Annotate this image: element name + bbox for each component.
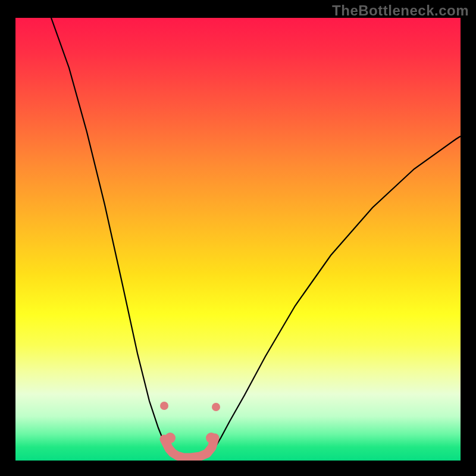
right-top-dot	[212, 403, 220, 411]
left-top-dot	[160, 402, 168, 410]
watermark-text: TheBottleneck.com	[332, 2, 469, 19]
marker-dots	[160, 402, 220, 443]
chart-frame: TheBottleneck.com	[0, 0, 476, 476]
curve-svg	[15, 18, 461, 461]
left-low-dot	[165, 433, 176, 443]
plot-area	[15, 18, 461, 461]
right-curve-path	[206, 136, 461, 456]
right-low-dot	[206, 433, 217, 443]
left-curve-path	[51, 18, 174, 456]
